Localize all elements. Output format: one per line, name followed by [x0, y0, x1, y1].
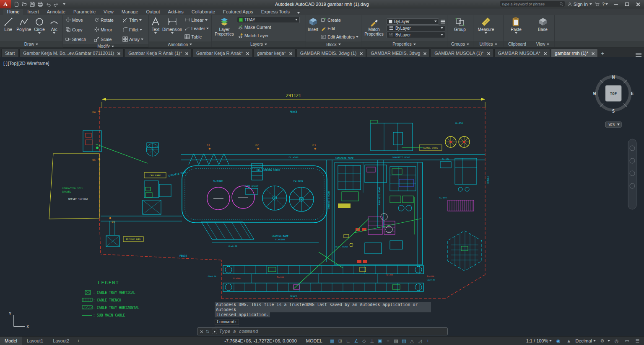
transparency-icon[interactable]: ▨: [392, 337, 400, 345]
fillet-button[interactable]: Fillet: [122, 26, 148, 33]
minimize-button[interactable]: [610, 0, 621, 8]
panel-title-clipboard[interactable]: Clipboard: [504, 41, 531, 47]
layer-dropdown[interactable]: TRAY: [237, 17, 300, 23]
plot-icon[interactable]: [36, 1, 44, 8]
file-tab[interactable]: gambar kerja*: [253, 49, 295, 57]
circle-button[interactable]: Circle: [33, 16, 46, 40]
close-button[interactable]: [632, 0, 643, 8]
selection-cycling-icon[interactable]: ▤: [400, 337, 408, 345]
drawing-canvas[interactable]: 291121 FENCE FENCE FENCE FENCE 04 05 06 …: [0, 57, 644, 336]
model-tab[interactable]: Model: [0, 337, 22, 345]
edit-attributes-button[interactable]: Edit Attributes: [320, 33, 359, 41]
linetype-dropdown[interactable]: ByLayer: [387, 32, 445, 38]
units-dropdown[interactable]: Decimal: [575, 338, 596, 343]
snap-mode-icon[interactable]: ⊞: [337, 337, 344, 345]
open-file-icon[interactable]: [21, 1, 28, 8]
arc-button[interactable]: Arc: [48, 16, 61, 40]
lineweight-dropdown[interactable]: ByLayer: [387, 25, 445, 31]
file-tab-active[interactable]: gambar rmh (1)*: [551, 49, 598, 57]
command-close-icon[interactable]: [200, 330, 203, 332]
trim-button[interactable]: Trim: [122, 16, 148, 24]
new-file-icon[interactable]: [13, 1, 20, 8]
file-tab[interactable]: Gambar Kerja M. Bo...ev.Gambar 07112011): [19, 49, 124, 57]
model-space-toggle[interactable]: MODEL: [303, 338, 326, 343]
leader-button[interactable]: Leader: [184, 24, 210, 32]
new-drawing-tab-button[interactable]: +: [599, 49, 606, 57]
tab-close-icon[interactable]: [360, 52, 362, 54]
tab-home[interactable]: Home: [3, 9, 23, 15]
qat-customize-icon[interactable]: [60, 1, 68, 8]
file-tab[interactable]: GAMBAR MEDIS. 3dwg (1): [296, 49, 366, 57]
tab-annotate[interactable]: Annotate: [43, 9, 69, 15]
tab-addins[interactable]: Add-ins: [164, 9, 187, 15]
save-icon[interactable]: [29, 1, 36, 8]
clean-screen-icon[interactable]: ▭: [623, 337, 631, 345]
panel-title-annotation[interactable]: Annotation: [149, 41, 211, 47]
dynamic-input-icon[interactable]: +: [424, 337, 431, 345]
command-input[interactable]: [219, 329, 445, 334]
recent-commands-icon[interactable]: [212, 329, 217, 334]
search-input[interactable]: [501, 2, 559, 6]
vp-minimize-control[interactable]: [-]: [3, 61, 8, 66]
create-block-button[interactable]: Create: [320, 16, 359, 24]
file-tab[interactable]: GAMBAR MEDIS. 3dwg: [367, 49, 430, 57]
layout1-tab[interactable]: Layout1: [22, 337, 48, 345]
navigation-bar[interactable]: [628, 139, 636, 209]
tab-close-icon[interactable]: [592, 52, 594, 54]
tab-close-icon[interactable]: [185, 52, 187, 54]
panel-title-draw[interactable]: Draw: [0, 41, 62, 47]
autoscale-icon[interactable]: ▲: [565, 337, 572, 345]
file-tab[interactable]: Gambar Kerja R Anak (1)*: [125, 49, 192, 57]
viewcube[interactable]: N W E S TOP: [593, 75, 634, 114]
tab-collaborate[interactable]: Collaborate: [188, 9, 219, 15]
undo-icon[interactable]: [44, 1, 52, 8]
panel-title-layers[interactable]: Layers: [212, 41, 306, 47]
grid-icon[interactable]: ▦: [329, 337, 336, 345]
file-tab[interactable]: Gambar Kerja R Anak*: [192, 49, 252, 57]
tab-close-icon[interactable]: [246, 52, 248, 54]
move-button[interactable]: Move: [65, 16, 91, 24]
annotation-visibility-icon[interactable]: ◉: [555, 337, 562, 345]
match-properties-button[interactable]: Match Properties: [363, 16, 385, 40]
customize-icon[interactable]: ☰: [634, 337, 641, 345]
polyline-button[interactable]: Polyline: [16, 16, 31, 40]
mirror-button[interactable]: Mirror: [93, 26, 120, 33]
wcs-dropdown[interactable]: WCS: [605, 122, 621, 127]
panel-title-utilities[interactable]: Utilities: [473, 41, 503, 47]
text-button[interactable]: Text: [151, 16, 161, 41]
annotation-scale[interactable]: 1:1 / 100%: [526, 338, 552, 343]
help-icon[interactable]: ?: [602, 2, 608, 7]
panel-title-groups[interactable]: Groups: [447, 41, 473, 47]
maximize-button[interactable]: [621, 0, 632, 8]
ribbon-minimize-icon[interactable]: [294, 12, 303, 15]
copy-button[interactable]: Copy: [65, 26, 91, 33]
tab-close-icon[interactable]: [487, 52, 489, 54]
tab-close-icon[interactable]: [544, 52, 546, 54]
tab-view[interactable]: View: [100, 9, 117, 15]
vp-view-control[interactable]: [Top]: [8, 61, 18, 66]
tab-overflow-icon[interactable]: [636, 53, 641, 57]
isolate-objects-icon[interactable]: ◎: [613, 337, 620, 345]
object-snap-icon[interactable]: ▣: [377, 337, 384, 345]
linear-button[interactable]: Linear: [184, 16, 210, 24]
file-tab-start[interactable]: Start: [1, 49, 18, 57]
tab-express-tools[interactable]: Express Tools: [257, 9, 293, 15]
search-icon[interactable]: [559, 2, 564, 6]
polar-tracking-icon[interactable]: ∠: [353, 337, 360, 345]
rotate-button[interactable]: Rotate: [93, 16, 120, 24]
tab-close-icon[interactable]: [289, 52, 291, 54]
layout2-tab[interactable]: Layout2: [48, 337, 74, 345]
line-button[interactable]: Line: [2, 16, 15, 40]
edit-block-button[interactable]: Edit: [320, 24, 359, 32]
panel-title-block[interactable]: Block: [306, 41, 361, 47]
layer-properties-button[interactable]: Layer Properties: [213, 16, 235, 40]
base-button[interactable]: Base: [533, 16, 553, 40]
tab-output[interactable]: Output: [143, 9, 164, 15]
redo-icon[interactable]: [52, 1, 60, 8]
isodraft-icon[interactable]: ◇: [361, 337, 368, 345]
file-tab[interactable]: GAMBAR MUSOLA*: [494, 49, 550, 57]
table-button[interactable]: Table: [184, 33, 210, 41]
dimension-button[interactable]: Dimension: [162, 16, 182, 41]
new-layout-button[interactable]: +: [74, 338, 83, 343]
lineweight-display-icon[interactable]: ≡: [384, 337, 392, 345]
